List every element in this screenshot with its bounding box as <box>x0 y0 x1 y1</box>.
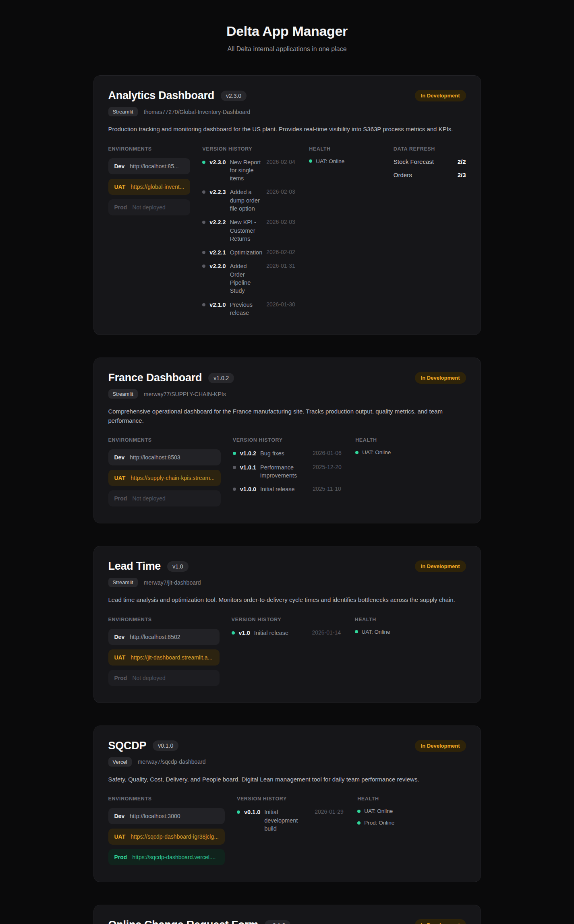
repo-name: thomas77270/Global-Inventory-Dashboard <box>144 109 251 115</box>
health-row: UAT: Online <box>355 629 466 635</box>
app-card-header: SQCDP v0.1.0 In Development <box>108 740 466 752</box>
environment-url[interactable]: http://localhost:3000 <box>130 813 219 819</box>
data-refresh-label: Stock Forecast <box>394 158 434 165</box>
data-refresh-label: Orders <box>394 172 412 178</box>
status-badge: In Development <box>415 372 466 384</box>
page-title: Delta App Manager <box>93 23 481 39</box>
version-number: v2.2.1 <box>209 248 226 256</box>
environment-row[interactable]: Prod Not deployed <box>108 670 220 686</box>
page-header: Delta App Manager All Delta internal app… <box>93 23 481 53</box>
environment-row[interactable]: Dev http://localhost:8502 <box>108 629 220 645</box>
app-detail-grid: ENVIRONMENTS Dev http://localhost:85... … <box>108 146 466 323</box>
environment-url[interactable]: http://localhost:8503 <box>130 454 215 461</box>
version-note: Initial release <box>254 629 308 637</box>
status-badge: In Development <box>415 90 466 101</box>
app-version-badge: v0.1.0 <box>265 920 290 924</box>
version-entry: v1.0.1 Performance improvements 2025-12-… <box>233 463 343 480</box>
version-note: Initial release <box>260 485 309 493</box>
app-card-header: Analytics Dashboard v2.3.0 In Developmen… <box>108 89 466 102</box>
version-date: 2026-02-03 <box>266 188 297 196</box>
health-section: HEALTH UAT: Online <box>355 437 466 511</box>
environment-row[interactable]: Dev http://localhost:3000 <box>108 808 225 824</box>
health-section: HEALTH UAT: Online <box>309 146 381 323</box>
health-status-icon <box>357 821 361 825</box>
data-refresh-header: DATA REFRESH <box>394 146 466 152</box>
environments-section: ENVIRONMENTS Dev http://localhost:3000 U… <box>108 796 225 870</box>
version-number: v2.1.0 <box>209 301 226 309</box>
environment-row[interactable]: Dev http://localhost:85... <box>108 158 191 174</box>
version-entry: v1.0.2 Bug fixes 2026-01-06 <box>233 449 343 457</box>
version-number: v0.1.0 <box>244 808 260 816</box>
version-entry: v2.1.0 Previous release 2026-01-30 <box>202 301 297 317</box>
environment-row[interactable]: UAT https://jit-dashboard.streamlit.a... <box>108 649 220 666</box>
version-date: 2025-12-20 <box>313 463 343 471</box>
environment-label: UAT <box>114 654 126 661</box>
app-detail-grid: ENVIRONMENTS Dev http://localhost:8503 U… <box>108 437 466 511</box>
environments-section: ENVIRONMENTS Dev http://localhost:8502 U… <box>108 617 220 690</box>
app-card: Analytics Dashboard v2.3.0 In Developmen… <box>93 75 481 335</box>
repo-name: merway77/SUPPLY-CHAIN-KPIs <box>144 391 226 397</box>
page: Delta App Manager All Delta internal app… <box>93 0 481 924</box>
version-date: 2026-02-04 <box>266 158 297 166</box>
environment-url[interactable]: https://jit-dashboard.streamlit.a... <box>131 654 213 661</box>
environment-label: Dev <box>114 163 125 170</box>
environment-row[interactable]: Dev http://localhost:8503 <box>108 449 221 465</box>
environment-row[interactable]: UAT https://supply-chain-kpis.stream... <box>108 470 221 486</box>
app-detail-grid: ENVIRONMENTS Dev http://localhost:3000 U… <box>108 796 466 870</box>
version-marker-icon <box>233 452 236 455</box>
version-marker-icon <box>233 466 236 469</box>
environments-section: ENVIRONMENTS Dev http://localhost:85... … <box>108 146 191 323</box>
environment-url[interactable]: https://sqcdp-dashboard-igr38jclg... <box>131 833 219 840</box>
version-entry: v2.3.0 New Report for single items 2026-… <box>202 158 297 183</box>
environment-row[interactable]: UAT https://global-invent... <box>108 179 191 195</box>
environment-url[interactable]: Not deployed <box>132 495 214 502</box>
health-header: HEALTH <box>309 146 381 152</box>
environment-row[interactable]: Prod Not deployed <box>108 490 221 506</box>
data-refresh-value: 2/2 <box>458 158 466 165</box>
version-marker-icon <box>237 810 240 814</box>
environments-header: ENVIRONMENTS <box>108 146 191 152</box>
environment-row[interactable]: Prod Not deployed <box>108 199 191 215</box>
environment-url[interactable]: Not deployed <box>132 675 213 681</box>
version-date: 2025-11-10 <box>313 485 343 493</box>
version-entry: v2.2.0 Added Order Pipeline Study 2026-0… <box>202 262 297 295</box>
version-marker-icon <box>233 488 236 491</box>
version-date: 2026-01-06 <box>313 449 343 457</box>
version-history-header: VERSION HISTORY <box>233 437 343 443</box>
data-refresh-section: DATA REFRESH Stock Forecast 2/2 Orders 2… <box>394 146 466 323</box>
status-badge: In Development <box>415 919 466 924</box>
version-entry: v2.2.1 Optimization 2026-02-02 <box>202 248 297 256</box>
environment-url[interactable]: https://sqcdp-dashboard.vercel.... <box>132 854 219 860</box>
environment-url[interactable]: https://global-invent... <box>131 184 184 190</box>
app-title: France Dashboard <box>108 372 202 384</box>
environment-url[interactable]: https://supply-chain-kpis.stream... <box>131 475 215 481</box>
version-marker-icon <box>202 190 205 194</box>
health-row: UAT: Online <box>357 808 466 814</box>
version-date: 2026-02-03 <box>266 218 297 226</box>
app-version-badge: v1.0.2 <box>208 373 234 383</box>
environment-label: UAT <box>114 184 126 190</box>
environment-url[interactable]: http://localhost:8502 <box>130 634 213 640</box>
version-note: Initial development build <box>264 808 311 833</box>
environment-url[interactable]: Not deployed <box>132 204 184 211</box>
version-date: 2026-01-29 <box>315 808 345 816</box>
version-history-header: VERSION HISTORY <box>232 617 343 622</box>
app-detail-grid: ENVIRONMENTS Dev http://localhost:8502 U… <box>108 617 466 690</box>
health-row: UAT: Online <box>355 449 466 455</box>
health-status-label: UAT: Online <box>362 449 391 455</box>
environment-label: Prod <box>114 495 127 502</box>
app-description: Lead time analysis and optimization tool… <box>108 595 466 605</box>
environment-url[interactable]: http://localhost:85... <box>130 163 184 170</box>
version-note: Optimization <box>230 248 263 256</box>
app-title: Lead Time <box>108 560 161 573</box>
app-meta-row: Vercel merway7/sqcdp-dashboard <box>108 757 466 767</box>
environment-row[interactable]: Prod https://sqcdp-dashboard.vercel.... <box>108 849 225 865</box>
version-note: Added Order Pipeline Study <box>230 262 263 295</box>
app-title: Analytics Dashboard <box>108 89 214 102</box>
environment-row[interactable]: UAT https://sqcdp-dashboard-igr38jclg... <box>108 829 225 845</box>
version-note: New Report for single items <box>230 158 263 183</box>
data-refresh-row: Stock Forecast 2/2 <box>394 158 466 165</box>
health-header: HEALTH <box>357 796 466 802</box>
status-badge: In Development <box>415 560 466 572</box>
version-history-section: VERSION HISTORY v1.0.2 Bug fixes 2026-01… <box>233 437 343 511</box>
